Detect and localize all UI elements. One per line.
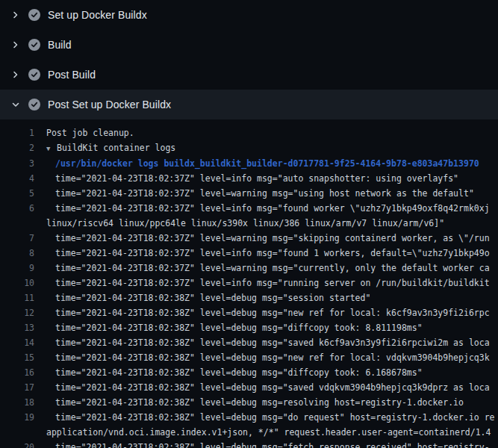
log-line: 19time="2021-04-23T18:02:38Z" level=debu… bbox=[0, 410, 498, 425]
log-text: linux/riscv64 linux/ppc64le linux/s390x … bbox=[34, 216, 444, 231]
line-number[interactable]: 1 bbox=[0, 125, 34, 140]
log-text: time="2021-04-23T18:02:37Z" level=info m… bbox=[34, 201, 490, 216]
line-number[interactable]: 16 bbox=[0, 365, 34, 380]
log-text: time="2021-04-23T18:02:38Z" level=debug … bbox=[34, 380, 490, 395]
log-text: time="2021-04-23T18:02:37Z" level=warnin… bbox=[34, 261, 490, 276]
log-line: application/vnd.oci.image.index.v1+json,… bbox=[0, 425, 498, 440]
check-circle-icon bbox=[28, 99, 40, 111]
log-text: time="2021-04-23T18:02:38Z" level=debug … bbox=[34, 320, 423, 335]
line-number[interactable]: 10 bbox=[0, 276, 34, 290]
log-line: 20time="2021-04-23T18:02:38Z" level=debu… bbox=[0, 440, 498, 448]
log-line: 4time="2021-04-23T18:02:37Z" level=info … bbox=[0, 171, 498, 186]
line-number[interactable]: 14 bbox=[0, 335, 34, 350]
log-text: time="2021-04-23T18:02:38Z" level=debug … bbox=[34, 290, 370, 305]
line-number[interactable]: 11 bbox=[0, 290, 34, 305]
log-line: 7time="2021-04-23T18:02:37Z" level=warni… bbox=[0, 231, 498, 246]
log-line: 16time="2021-04-23T18:02:38Z" level=debu… bbox=[0, 365, 498, 380]
log-text: time="2021-04-23T18:02:38Z" level=debug … bbox=[34, 365, 423, 380]
log-command-text: /usr/bin/docker logs buildx_buildkit_bui… bbox=[34, 156, 479, 171]
log-line: 8time="2021-04-23T18:02:37Z" level=info … bbox=[0, 246, 498, 261]
log-text: time="2021-04-23T18:02:38Z" level=debug … bbox=[34, 410, 495, 425]
line-number[interactable]: 18 bbox=[0, 395, 34, 410]
log-line: 9time="2021-04-23T18:02:37Z" level=warni… bbox=[0, 261, 498, 276]
log-line: 18time="2021-04-23T18:02:38Z" level=debu… bbox=[0, 395, 498, 410]
line-number[interactable]: 6 bbox=[0, 201, 34, 216]
line-number bbox=[0, 216, 34, 231]
chevron-right-icon[interactable] bbox=[10, 69, 22, 81]
log-line: 13time="2021-04-23T18:02:38Z" level=debu… bbox=[0, 320, 498, 335]
collapse-triangle-icon[interactable]: ▼ bbox=[46, 141, 57, 156]
log-text: time="2021-04-23T18:02:38Z" level=debug … bbox=[34, 305, 490, 320]
log-line: 2▼BuildKit container logs bbox=[0, 140, 498, 156]
line-number[interactable]: 20 bbox=[0, 440, 34, 448]
log-area[interactable]: 1Post job cleanup.2▼BuildKit container l… bbox=[0, 119, 498, 448]
log-text: time="2021-04-23T18:02:37Z" level=info m… bbox=[34, 171, 458, 186]
log-text: time="2021-04-23T18:02:37Z" level=warnin… bbox=[34, 186, 474, 201]
line-number bbox=[0, 425, 34, 440]
step-row-post-build[interactable]: Post Build bbox=[0, 60, 498, 90]
log-text: ▼BuildKit container logs bbox=[34, 140, 175, 156]
line-number[interactable]: 7 bbox=[0, 231, 34, 246]
step-title: Set up Docker Buildx bbox=[48, 9, 147, 21]
step-title: Post Build bbox=[48, 69, 96, 81]
line-number[interactable]: 13 bbox=[0, 320, 34, 335]
line-number[interactable]: 15 bbox=[0, 350, 34, 365]
log-text: Post job cleanup. bbox=[34, 125, 134, 140]
log-line: 10time="2021-04-23T18:02:37Z" level=info… bbox=[0, 276, 498, 290]
log-line: 11time="2021-04-23T18:02:38Z" level=debu… bbox=[0, 290, 498, 305]
group-title: BuildKit container logs bbox=[57, 143, 175, 153]
line-number[interactable]: 17 bbox=[0, 380, 34, 395]
step-row-set-up-docker-buildx[interactable]: Set up Docker Buildx bbox=[0, 0, 498, 30]
line-number[interactable]: 12 bbox=[0, 305, 34, 320]
log-line: 15time="2021-04-23T18:02:38Z" level=debu… bbox=[0, 350, 498, 365]
check-circle-icon bbox=[28, 69, 40, 81]
line-number[interactable]: 4 bbox=[0, 171, 34, 186]
line-number[interactable]: 5 bbox=[0, 186, 34, 201]
log-line: 5time="2021-04-23T18:02:37Z" level=warni… bbox=[0, 186, 498, 201]
log-text: time="2021-04-23T18:02:37Z" level=info m… bbox=[34, 276, 490, 290]
line-number[interactable]: 3 bbox=[0, 156, 34, 171]
step-title: Build bbox=[48, 39, 72, 51]
log-line: linux/riscv64 linux/ppc64le linux/s390x … bbox=[0, 216, 498, 231]
log-text: time="2021-04-23T18:02:37Z" level=warnin… bbox=[34, 231, 490, 246]
log-text: time="2021-04-23T18:02:37Z" level=info m… bbox=[34, 246, 490, 261]
line-number[interactable]: 8 bbox=[0, 246, 34, 261]
step-row-post-set-up-docker-buildx[interactable]: Post Set up Docker Buildx bbox=[0, 90, 498, 119]
line-number[interactable]: 2 bbox=[0, 140, 34, 156]
check-circle-icon bbox=[28, 9, 40, 21]
chevron-down-icon[interactable] bbox=[10, 99, 22, 111]
step-title: Post Set up Docker Buildx bbox=[48, 99, 171, 111]
log-line: 1Post job cleanup. bbox=[0, 125, 498, 140]
chevron-right-icon[interactable] bbox=[10, 39, 22, 51]
check-circle-icon bbox=[28, 39, 40, 51]
chevron-right-icon[interactable] bbox=[10, 9, 22, 21]
log-line: 3/usr/bin/docker logs buildx_buildkit_bu… bbox=[0, 156, 498, 171]
workflow-log-viewer: Set up Docker BuildxBuildPost BuildPost … bbox=[0, 0, 498, 448]
log-text: time="2021-04-23T18:02:38Z" level=debug … bbox=[34, 335, 490, 350]
log-line: 6time="2021-04-23T18:02:37Z" level=info … bbox=[0, 201, 498, 216]
log-line: 17time="2021-04-23T18:02:38Z" level=debu… bbox=[0, 380, 498, 395]
log-text: application/vnd.oci.image.index.v1+json,… bbox=[34, 425, 491, 440]
log-text: time="2021-04-23T18:02:38Z" level=debug … bbox=[34, 395, 464, 410]
log-text: time="2021-04-23T18:02:38Z" level=debug … bbox=[34, 350, 490, 365]
log-line: 12time="2021-04-23T18:02:38Z" level=debu… bbox=[0, 305, 498, 320]
step-row-build[interactable]: Build bbox=[0, 30, 498, 60]
log-text: time="2021-04-23T18:02:38Z" level=debug … bbox=[34, 440, 490, 448]
line-number[interactable]: 19 bbox=[0, 410, 34, 425]
line-number[interactable]: 9 bbox=[0, 261, 34, 276]
log-line: 14time="2021-04-23T18:02:38Z" level=debu… bbox=[0, 335, 498, 350]
steps-list: Set up Docker BuildxBuildPost BuildPost … bbox=[0, 0, 498, 119]
